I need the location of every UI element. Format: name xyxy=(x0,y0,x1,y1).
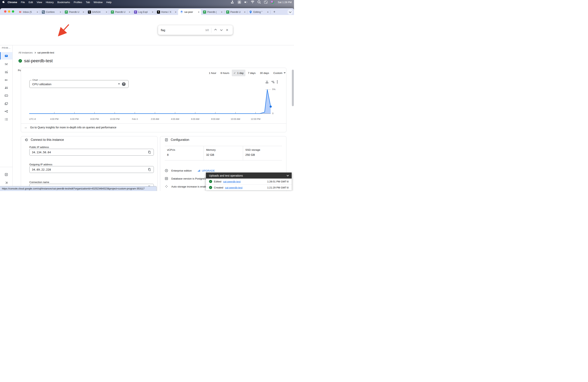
range-1-hour[interactable]: 1 hour xyxy=(207,70,218,76)
upgrade-button[interactable]: UPGRADE xyxy=(198,169,215,172)
query-insights-link[interactable]: → Go to Query insights for more in-depth… xyxy=(24,126,116,129)
nav-databases[interactable] xyxy=(0,92,12,99)
nav-connections[interactable] xyxy=(0,76,12,84)
new-tab-button[interactable]: + xyxy=(272,9,277,14)
x-favicon: 𝕏 xyxy=(157,11,160,14)
menu-tab[interactable]: Tab xyxy=(86,1,90,4)
nav-backups[interactable] xyxy=(0,100,12,107)
minimize-window-button[interactable] xyxy=(8,10,10,13)
chart-metric-select[interactable]: Chart CPU utilization ? xyxy=(29,80,128,88)
chevron-down-icon xyxy=(118,84,120,85)
app-icon[interactable] xyxy=(238,0,241,4)
find-close-icon[interactable]: ✕ xyxy=(224,27,230,33)
tab-dais24[interactable]: DAISDAIS24× xyxy=(86,9,109,15)
range-custom[interactable]: Custom xyxy=(272,70,288,76)
range-1-day[interactable]: ✓1 day xyxy=(232,70,245,76)
tab-peerdb-u[interactable]: PPeerdb U× xyxy=(224,9,247,15)
gcp-header: Google Cloud test Search (/) for resourc… xyxy=(0,25,294,35)
find-in-page-bar[interactable]: flag 1/2 ✕ xyxy=(158,25,233,35)
outgoing-ip-address-field[interactable]: 34.69.22.228 xyxy=(29,166,154,173)
x-tick-label: 10:00 AM xyxy=(231,118,240,120)
tab-close-icon[interactable]: × xyxy=(267,11,269,13)
stat-memory: Memory32 GB xyxy=(204,146,243,160)
zoom-window-button[interactable] xyxy=(12,10,14,13)
tab-home-x[interactable]: 𝕏Home / X× xyxy=(155,9,178,15)
public-ip-address-field[interactable]: 34.134.50.64 xyxy=(29,149,154,156)
tab-close-icon[interactable]: × xyxy=(106,11,107,13)
tab-peerdb-u[interactable]: PPeerdb U× xyxy=(109,9,132,15)
notifications-title: Uploads and test operations xyxy=(209,174,287,177)
tab-editing[interactable]: Editing "× xyxy=(247,9,270,15)
copy-icon[interactable] xyxy=(148,168,151,171)
tab-confere[interactable]: PgConfere× xyxy=(40,9,63,15)
copy-icon[interactable] xyxy=(148,150,151,154)
menu-edit[interactable]: Edit xyxy=(29,1,33,4)
stats-icon[interactable] xyxy=(231,0,234,4)
range-6-hours[interactable]: 6 hours xyxy=(219,70,231,76)
tab-sai-peer[interactable]: sai-peer× xyxy=(178,9,201,15)
window-controls[interactable] xyxy=(4,10,14,13)
config-card-header: Configuration xyxy=(165,138,189,142)
apple-icon[interactable] xyxy=(2,1,5,4)
nav-observability[interactable] xyxy=(0,60,12,68)
menu-chrome[interactable]: Chrome xyxy=(8,1,17,4)
tab-close-icon[interactable]: × xyxy=(83,11,84,13)
notification-instance-link[interactable]: sai-peerdb-test xyxy=(225,186,242,189)
tab-label: Log Expl xyxy=(138,11,151,13)
x-tick-label: 4:00 PM xyxy=(50,118,59,120)
nav-overview[interactable] xyxy=(0,52,12,60)
wifi-icon[interactable] xyxy=(251,0,254,4)
find-query-input[interactable]: flag xyxy=(161,29,205,32)
tab-log-expl[interactable]: DLog Expl× xyxy=(132,9,155,15)
nav-users[interactable] xyxy=(0,84,12,91)
notification-instance-link[interactable]: sai-peerdb-test xyxy=(223,180,241,183)
nav-collapse[interactable] xyxy=(0,179,12,186)
chart-more-icon[interactable] xyxy=(277,80,278,84)
breadcrumb-all-instances[interactable]: All instances xyxy=(19,51,33,54)
tab-search-button[interactable] xyxy=(287,9,293,15)
tab-close-icon[interactable]: × xyxy=(198,11,200,13)
tab-peerdb[interactable]: PPeerdb (× xyxy=(201,9,224,15)
tab-close-icon[interactable]: × xyxy=(129,11,130,13)
range-7-days[interactable]: 7 days xyxy=(246,70,257,76)
explore-metrics-icon[interactable] xyxy=(271,80,274,84)
spotlight-icon[interactable] xyxy=(257,0,261,4)
nav-operations[interactable] xyxy=(0,116,12,123)
chart-help-icon[interactable]: ? xyxy=(122,82,126,86)
menu-window[interactable]: Window xyxy=(94,1,103,4)
connect-icon xyxy=(25,138,28,142)
range-30-days[interactable]: 30 days xyxy=(258,70,271,76)
nav-replicas[interactable] xyxy=(0,107,12,115)
menu-profiles[interactable]: Profiles xyxy=(74,1,82,4)
control-center-icon[interactable] xyxy=(264,0,268,4)
tab-close-icon[interactable]: × xyxy=(37,11,38,13)
tab-close-icon[interactable]: × xyxy=(244,11,246,13)
tab-peerdb-u[interactable]: PPeerdb U× xyxy=(63,9,86,15)
close-window-button[interactable] xyxy=(4,10,6,13)
menu-help[interactable]: Help xyxy=(106,1,112,4)
datadog-favicon: D xyxy=(134,11,137,14)
tab-close-icon[interactable]: × xyxy=(60,11,61,13)
battery-icon[interactable] xyxy=(244,0,248,4)
menu-view[interactable]: View xyxy=(37,1,42,4)
tab-close-icon[interactable]: × xyxy=(221,11,222,13)
menu-file[interactable]: File xyxy=(21,1,25,4)
tab-label: Home / X xyxy=(161,11,174,13)
tab-close-icon[interactable]: × xyxy=(152,11,153,13)
nav-system-insights[interactable] xyxy=(0,68,12,75)
tab-close-icon[interactable]: × xyxy=(175,11,176,13)
menu-history[interactable]: History xyxy=(46,1,53,4)
nav-release-notes[interactable] xyxy=(0,171,12,178)
notifications-header[interactable]: Uploads and test operations xyxy=(206,172,292,179)
tab-label: Editing " xyxy=(253,11,266,13)
instance-action-bar: Overview EDITIMPORTEXPORTRESTARTSTOPDELE… xyxy=(0,35,294,45)
siri-icon[interactable] xyxy=(271,0,274,4)
cpu-utilization-chart[interactable] xyxy=(27,87,272,115)
find-previous-button[interactable] xyxy=(212,27,218,33)
chart-mode-icon[interactable] xyxy=(265,80,269,84)
tab-inbox-5[interactable]: MInbox (5× xyxy=(17,9,40,15)
page-scrollbar[interactable] xyxy=(292,70,294,106)
menu-bookmarks[interactable]: Bookmarks xyxy=(57,1,70,4)
find-next-button[interactable] xyxy=(218,27,224,33)
collapse-notifications-icon[interactable] xyxy=(287,174,289,176)
